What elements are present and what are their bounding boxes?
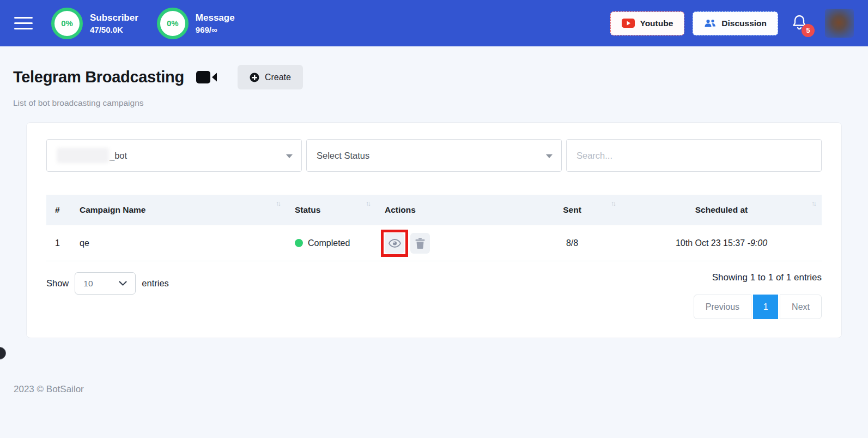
youtube-button-label: Youtube	[640, 19, 673, 28]
status-text: Completed	[308, 238, 350, 248]
video-tutorial-icon[interactable]	[196, 70, 217, 85]
show-label: Show	[46, 278, 69, 289]
page-subtitle: List of bot broadcasting campaigns	[13, 98, 855, 108]
message-label: Message	[196, 12, 235, 23]
youtube-icon	[622, 19, 635, 28]
caret-down-icon	[286, 154, 293, 158]
status-dot-icon	[295, 239, 303, 247]
next-page-button[interactable]: Next	[780, 295, 822, 319]
header-actions: Actions	[376, 195, 523, 225]
status-select[interactable]: Select Status	[306, 139, 562, 172]
header-campaign-name[interactable]: Campaign Name ↑↓	[71, 195, 286, 225]
sort-icon[interactable]: ↑↓	[276, 199, 280, 207]
bot-select-value: _bot	[110, 151, 127, 161]
previous-page-button[interactable]: Previous	[694, 295, 751, 319]
status-select-value: Select Status	[317, 151, 369, 161]
bot-select[interactable]: _bot	[46, 139, 302, 172]
timezone-offset: -9:00	[748, 238, 767, 248]
pagination: Previous 1 Next	[694, 295, 822, 319]
message-usage-widget: 0% Message 969/∞	[157, 8, 235, 39]
sort-icon[interactable]: ↑↓	[611, 199, 615, 207]
view-button[interactable]	[385, 233, 404, 254]
floating-widget-handle[interactable]	[0, 347, 6, 359]
campaigns-table: # Campaign Name ↑↓ Status ↑↓ Actions Sen…	[46, 195, 822, 261]
eye-icon	[389, 239, 401, 248]
row-index: 1	[46, 225, 71, 261]
message-progress-ring: 0%	[157, 8, 189, 39]
search-field	[566, 139, 822, 172]
caret-down-icon	[546, 154, 553, 158]
subscriber-percent: 0%	[61, 19, 73, 28]
create-button-label: Create	[265, 73, 291, 82]
sort-icon[interactable]: ↑↓	[366, 199, 369, 207]
row-actions	[385, 225, 514, 261]
row-sent: 8/8	[523, 225, 621, 261]
user-avatar[interactable]	[825, 9, 854, 38]
message-value: 969/∞	[196, 25, 235, 34]
row-status: Completed	[286, 225, 376, 261]
discussion-button-label: Discussion	[721, 19, 767, 28]
subscriber-value: 47/50.0K	[90, 25, 138, 34]
subscriber-progress-ring: 0%	[51, 8, 83, 39]
users-icon	[704, 19, 717, 28]
header-index: #	[46, 195, 71, 225]
row-scheduled-at: 10th Oct 23 15:37 -9:00	[621, 225, 822, 261]
row-campaign-name: qe	[71, 225, 286, 261]
page-title: Telegram Broadcasting	[13, 68, 184, 86]
redacted-bot-name	[57, 148, 109, 163]
subscriber-label: Subscriber	[90, 12, 138, 23]
topbar: 0% Subscriber 47/50.0K 0% Message 969/∞ …	[0, 0, 868, 46]
main-content: Telegram Broadcasting Create List of bot…	[0, 46, 868, 338]
table-row: 1 qe Completed	[46, 225, 822, 261]
entries-label: entries	[142, 278, 169, 289]
trash-icon	[415, 238, 425, 249]
message-percent: 0%	[167, 19, 179, 28]
youtube-button[interactable]: Youtube	[610, 11, 684, 35]
showing-entries-text: Showing 1 to 1 of 1 entries	[712, 272, 822, 283]
plus-circle-icon	[250, 73, 259, 82]
entries-per-page-value: 10	[83, 279, 93, 289]
create-button[interactable]: Create	[238, 65, 303, 89]
notification-count-badge: 5	[802, 24, 815, 37]
header-status[interactable]: Status ↑↓	[286, 195, 376, 225]
page-1-button[interactable]: 1	[753, 295, 778, 319]
table-header-row: # Campaign Name ↑↓ Status ↑↓ Actions Sen…	[46, 195, 822, 225]
header-sent[interactable]: Sent ↑↓	[523, 195, 621, 225]
notifications-button[interactable]: 5	[792, 14, 807, 33]
search-input[interactable]	[576, 151, 811, 161]
chevron-down-icon	[119, 281, 127, 286]
entries-per-page-select[interactable]: 10	[75, 272, 136, 295]
subscriber-usage-widget: 0% Subscriber 47/50.0K	[51, 8, 138, 39]
menu-icon[interactable]	[14, 17, 33, 29]
campaigns-card: _bot Select Status # Campaign Name ↑↓	[26, 122, 842, 338]
copyright-text: 2023 © BotSailor	[14, 384, 84, 395]
discussion-button[interactable]: Discussion	[693, 11, 778, 35]
sort-icon[interactable]: ↑↓	[811, 199, 815, 207]
delete-button[interactable]	[410, 233, 430, 254]
header-scheduled-at[interactable]: Scheduled at ↑↓	[621, 195, 822, 225]
